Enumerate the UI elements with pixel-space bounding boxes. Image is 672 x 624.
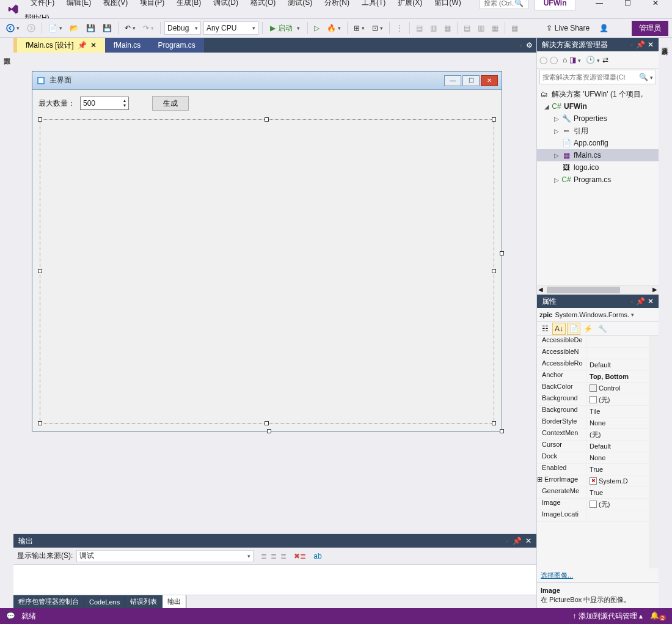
save-button[interactable]: 💾 [84, 22, 98, 34]
solution-hscroll[interactable]: ◀▶ [537, 285, 659, 295]
property-row[interactable]: BorderStyleNone [537, 417, 649, 429]
sol-fwd-icon[interactable]: ◯ [550, 56, 558, 64]
property-row[interactable]: GenerateMeTrue [537, 487, 649, 499]
form-designer[interactable]: 主界面 — ☐ ✕ 最大数量： 500▴▾ 生成 [13, 53, 536, 534]
menu-project[interactable]: 项目(P) [134, 0, 170, 9]
btab-codelens[interactable]: CodeLens [84, 595, 125, 608]
tree-references[interactable]: ▷▫▫引用 [537, 125, 659, 137]
close-icon[interactable]: ✕ [90, 41, 97, 50]
output-source-combo[interactable]: 调试 [76, 550, 254, 562]
max-count-input[interactable]: 500▴▾ [80, 97, 129, 110]
datasources-tab[interactable]: 数据源 [0, 48, 13, 57]
prop-events-icon[interactable]: ⚡ [581, 323, 594, 335]
save-all-button[interactable]: 💾 [100, 22, 114, 34]
btab-output[interactable]: 输出 [163, 595, 186, 608]
prop-categorized-icon[interactable]: ☷ [538, 323, 552, 335]
output-clear2-icon[interactable]: ✖≣ [294, 552, 306, 560]
start-button[interactable]: ▶ 启动 [266, 22, 304, 35]
property-row[interactable]: BackgroundTile [537, 406, 649, 417]
tree-appconfig[interactable]: 📄App.config [537, 137, 659, 149]
sol-close-icon[interactable]: ✕ [648, 40, 654, 49]
solution-search-input[interactable] [542, 73, 639, 81]
output-word-icon[interactable]: ab [313, 552, 321, 560]
tree-logo[interactable]: 🖼logo.ico [537, 161, 659, 174]
global-search[interactable]: 🔍 [480, 0, 528, 9]
config-combo[interactable]: Debug [164, 21, 201, 35]
prop-alpha-icon[interactable]: A↓ [552, 323, 566, 335]
diagnostics-tab[interactable]: 诊断工具 [659, 38, 671, 48]
menu-build[interactable]: 生成(B) [170, 0, 207, 9]
menu-view[interactable]: 视图(V) [97, 0, 134, 9]
prop-props-icon[interactable]: 📄 [567, 323, 580, 335]
menu-edit[interactable]: 编辑(E) [60, 0, 97, 9]
picturebox-control[interactable] [40, 119, 494, 424]
prop-pages-icon[interactable]: 🔧 [596, 323, 609, 335]
btab-errorlist[interactable]: 错误列表 [125, 595, 163, 608]
tree-properties[interactable]: ▷🔧Properties [537, 112, 659, 125]
redo-button[interactable]: ↷ [141, 22, 156, 34]
tab-fmain-design[interactable]: fMain.cs [设计]📌✕ [17, 38, 105, 53]
output-wrap-icon[interactable]: ≣ [280, 552, 287, 560]
property-row[interactable]: Background(无) [537, 394, 649, 406]
tab-fmain-cs[interactable]: fMain.cs [105, 38, 150, 53]
prop-pin-icon[interactable]: 📌 [636, 297, 645, 306]
output-dropdown-icon[interactable] [504, 537, 509, 545]
output-toggle-icon[interactable]: ≣ [271, 552, 277, 560]
tree-fmain[interactable]: ▷▦fMain.cs [537, 149, 659, 161]
sol-pin-icon[interactable]: 📌 [636, 40, 645, 49]
output-body[interactable] [13, 565, 536, 595]
solution-tree[interactable]: 🗂解决方案 'UFWin' (1 个项目, ◢C#UFWin ▷🔧Propert… [537, 86, 659, 188]
menu-window[interactable]: 窗口(W) [428, 0, 467, 9]
property-row[interactable]: AnchorTop, Bottom [537, 371, 649, 383]
layout-button2[interactable]: ⊡ [370, 22, 385, 34]
sol-back-icon[interactable]: ◯ [539, 56, 547, 64]
designed-form[interactable]: 主界面 — ☐ ✕ 最大数量： 500▴▾ 生成 [32, 71, 502, 431]
nav-forward-button[interactable] [24, 22, 38, 34]
btab-pkgmgr[interactable]: 程序包管理器控制台 [13, 595, 84, 608]
new-project-button[interactable]: 📄 [46, 22, 65, 34]
global-search-input[interactable] [484, 0, 514, 7]
generate-button[interactable]: 生成 [152, 96, 189, 111]
sol-dropdown-icon[interactable] [629, 40, 634, 49]
property-grid[interactable]: AccessibleDeAccessibleNAccessibleRoDefau… [537, 336, 649, 568]
menu-analyze[interactable]: 分析(N) [318, 0, 356, 9]
property-row[interactable]: AccessibleRoDefault [537, 359, 649, 371]
liveshare-button[interactable]: ⇪ Live Share [541, 24, 594, 32]
close-button[interactable]: ✕ [641, 0, 670, 12]
tree-project[interactable]: ◢C#UFWin [537, 100, 659, 112]
property-object-selector[interactable]: zpic System.Windows.Forms. [537, 308, 659, 321]
status-notifications[interactable]: 🔔2 [650, 611, 666, 621]
prop-vscroll[interactable] [649, 336, 659, 568]
pin-icon[interactable]: 📌 [78, 41, 87, 50]
menu-tools[interactable]: 工具(T) [356, 0, 392, 9]
feedback-icon[interactable]: 👤 [597, 22, 611, 34]
tree-solution-root[interactable]: 🗂解决方案 'UFWin' (1 个项目, [537, 88, 659, 100]
property-row[interactable]: AccessibleDe [537, 336, 649, 348]
menu-extensions[interactable]: 扩展(X) [392, 0, 428, 9]
output-close-icon[interactable]: ✕ [525, 537, 531, 545]
menu-format[interactable]: 格式(O) [244, 0, 282, 9]
tab-program-cs[interactable]: Program.cs [149, 38, 203, 53]
nav-back-button[interactable] [4, 22, 22, 34]
status-scm[interactable]: ↑ 添加到源代码管理 ▴ [572, 611, 643, 622]
hot-reload-button[interactable]: 🔥 [324, 22, 343, 34]
property-row[interactable]: AccessibleN [537, 348, 649, 359]
property-row[interactable]: DockNone [537, 452, 649, 464]
undo-button[interactable]: ↶ [122, 22, 138, 34]
sol-refresh-icon[interactable]: ⇄ [602, 56, 608, 64]
menu-test[interactable]: 测试(S) [282, 0, 318, 9]
tab-overflow-icon[interactable] [517, 41, 522, 50]
property-row[interactable]: CursorDefault [537, 441, 649, 452]
toolbox-tab[interactable]: 工具箱 [0, 38, 13, 48]
maximize-button[interactable]: ☐ [613, 0, 641, 12]
status-chat-icon[interactable]: 💬 [6, 612, 15, 620]
minimize-button[interactable]: — [585, 0, 613, 12]
select-image-link[interactable]: 选择图像... [541, 571, 573, 579]
tree-program[interactable]: ▷C#Program.cs [537, 174, 659, 186]
property-row[interactable]: BackColorControl [537, 383, 649, 394]
platform-combo[interactable]: Any CPU [203, 21, 258, 35]
prop-dropdown-icon[interactable] [629, 297, 634, 306]
step-button[interactable]: ▷ [312, 22, 322, 34]
tab-settings-icon[interactable]: ⚙ [526, 41, 533, 50]
output-pin-icon[interactable]: 📌 [513, 537, 522, 545]
